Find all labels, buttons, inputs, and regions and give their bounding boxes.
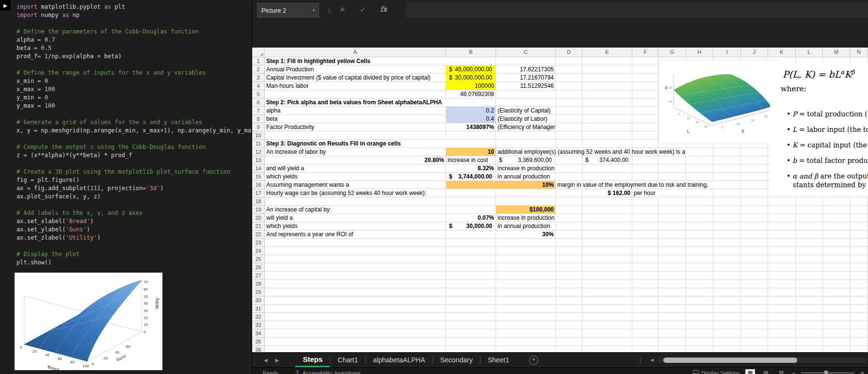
cell-J26[interactable] (741, 263, 768, 272)
cell-J12[interactable] (741, 148, 768, 156)
cell-H30[interactable] (686, 296, 713, 305)
column-header-G[interactable]: G (659, 47, 686, 57)
cell-H24[interactable] (686, 247, 713, 255)
cell-F22[interactable] (632, 230, 659, 239)
column-header-J[interactable]: J (741, 47, 768, 57)
cell-J33[interactable] (741, 321, 768, 329)
cell-B7[interactable]: 0.2 (446, 107, 496, 115)
sheet-tab-Sheet1[interactable]: Sheet1 (481, 353, 516, 367)
cell-M34[interactable] (823, 329, 850, 338)
cell-A16[interactable]: Assuming management wants a (265, 181, 446, 189)
cell-B29[interactable] (446, 288, 496, 296)
cell-D35[interactable] (556, 338, 582, 346)
cell-F3[interactable] (632, 74, 659, 82)
cell-A19[interactable]: An increase of capital by: (265, 206, 446, 214)
cell-D2[interactable] (556, 65, 582, 74)
cell-E7[interactable] (582, 107, 632, 115)
cell-I31[interactable] (713, 305, 741, 313)
cell-C4[interactable]: 11.51292546 (496, 82, 556, 90)
cell-J29[interactable] (741, 288, 768, 296)
horizontal-scrollbar-thumb[interactable] (663, 358, 797, 363)
cell-G27[interactable] (659, 272, 686, 280)
cell-L24[interactable] (796, 247, 823, 255)
cell-C31[interactable] (496, 305, 556, 313)
cell-N30[interactable] (850, 296, 868, 305)
row-header-25[interactable]: 25 (252, 255, 265, 263)
cell-K26[interactable] (768, 263, 796, 272)
row-header-11[interactable]: 11 (252, 140, 265, 148)
cell-F7[interactable] (632, 107, 659, 115)
cell-B20[interactable]: 0.07% (446, 214, 496, 222)
cell-M28[interactable] (823, 280, 850, 288)
cell-E6[interactable] (582, 98, 632, 107)
cell-H35[interactable] (686, 338, 713, 346)
cell-J30[interactable] (741, 296, 768, 305)
cell-L35[interactable] (796, 338, 823, 346)
cell-K35[interactable] (768, 338, 796, 346)
cell-C2[interactable]: 17.62217305 (496, 65, 556, 74)
zoom-slider[interactable] (801, 372, 854, 374)
cell-H23[interactable] (686, 239, 713, 247)
cell-A31[interactable] (265, 305, 446, 313)
row-header-28[interactable]: 28 (252, 280, 265, 288)
cell-D8[interactable] (556, 115, 582, 123)
cell-L28[interactable] (796, 280, 823, 288)
cell-F26[interactable] (632, 263, 659, 272)
cell-K29[interactable] (768, 288, 796, 296)
cell-B18[interactable] (446, 197, 496, 206)
cell-K18[interactable] (768, 197, 796, 206)
cell-H34[interactable] (686, 329, 713, 338)
cell-B4[interactable]: 100000 (446, 82, 496, 90)
cell-C25[interactable] (496, 255, 556, 263)
cell-E19[interactable] (582, 206, 632, 214)
row-header-14[interactable]: 14 (252, 164, 265, 173)
cell-F35[interactable] (632, 338, 659, 346)
cell-B2[interactable]: $45,000,000.00 (446, 65, 496, 74)
cell-K22[interactable] (768, 230, 796, 239)
cell-L18[interactable] (796, 197, 823, 206)
cell-H21[interactable] (686, 222, 713, 230)
cell-A30[interactable] (265, 296, 446, 305)
cell-B28[interactable] (446, 280, 496, 288)
cell-J23[interactable] (741, 239, 768, 247)
cell-I14[interactable] (713, 164, 741, 173)
cell-M18[interactable] (823, 197, 850, 206)
cell-B21[interactable]: $30,000.00 (446, 222, 496, 230)
cell-I23[interactable] (713, 239, 741, 247)
cell-K20[interactable] (768, 214, 796, 222)
row-header-17[interactable]: 17 (252, 189, 265, 197)
cell-C22[interactable]: 30% (496, 230, 556, 239)
cell-C24[interactable] (496, 247, 556, 255)
cell-D22[interactable] (556, 230, 582, 239)
row-header-13[interactable]: 13 (252, 156, 265, 164)
cell-A3[interactable]: Capital Investment ($ value of capital d… (265, 74, 446, 82)
cell-A9[interactable]: Factor Productivity (265, 123, 446, 131)
cell-N31[interactable] (850, 305, 868, 313)
row-header-24[interactable]: 24 (252, 247, 265, 255)
cell-K31[interactable] (768, 305, 796, 313)
cell-E11[interactable] (582, 140, 632, 148)
cell-F32[interactable] (632, 313, 659, 321)
cell-B10[interactable] (446, 131, 496, 140)
cell-N26[interactable] (850, 263, 868, 272)
cell-E1[interactable] (582, 57, 632, 65)
tabs-scroll-left-icon[interactable]: ◀ (264, 358, 268, 363)
cell-F4[interactable] (632, 82, 659, 90)
row-header-4[interactable]: 4 (252, 82, 265, 90)
cell-A27[interactable] (265, 272, 446, 280)
cell-C6[interactable] (496, 98, 556, 107)
cell-I33[interactable] (713, 321, 741, 329)
cell-E22[interactable] (582, 230, 632, 239)
cell-F11[interactable] (632, 140, 659, 148)
row-header-9[interactable]: 9 (252, 123, 265, 131)
cell-F25[interactable] (632, 255, 659, 263)
sheet-tab-alphabetaALPHA[interactable]: alphabetaALPHA (366, 353, 432, 367)
column-header-F[interactable]: F (632, 47, 659, 57)
cell-J32[interactable] (741, 313, 768, 321)
cell-E24[interactable] (582, 247, 632, 255)
column-header-E[interactable]: E (582, 47, 632, 57)
cell-B32[interactable] (446, 313, 496, 321)
sheet-tab-Chart1[interactable]: Chart1 (330, 353, 365, 367)
cell-C26[interactable] (496, 263, 556, 272)
row-header-5[interactable]: 5 (252, 90, 265, 98)
